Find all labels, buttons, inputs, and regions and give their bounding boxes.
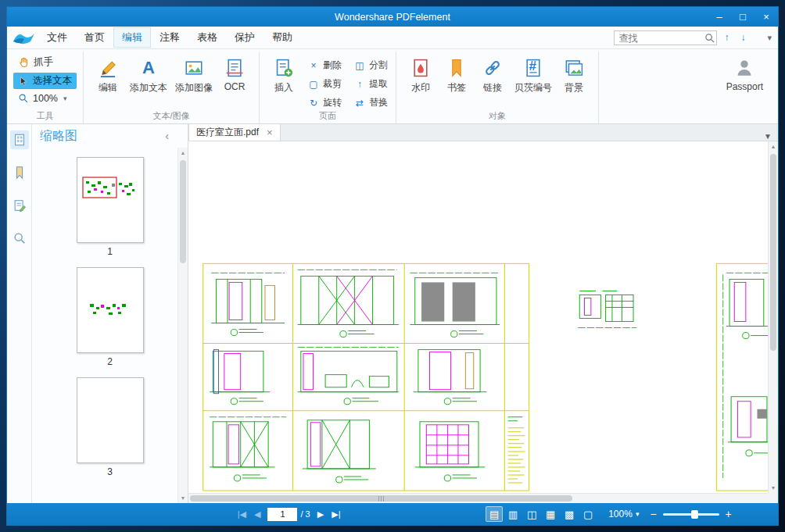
tab-comment[interactable]: 注释 bbox=[151, 27, 188, 48]
add-text-button[interactable]: A 添加文本 bbox=[126, 54, 171, 98]
previous-page-button[interactable]: ◀ bbox=[250, 509, 264, 520]
thumbnail-label-2: 2 bbox=[107, 356, 113, 367]
extract-page-button[interactable]: ↑ 提取 bbox=[354, 77, 388, 91]
vertical-scrollbar[interactable]: ▲ ▼ bbox=[768, 141, 778, 493]
text-cursor-icon bbox=[18, 76, 29, 87]
search-box bbox=[614, 30, 717, 45]
first-page-button[interactable]: |◀ bbox=[234, 509, 250, 520]
fit-width-icon[interactable]: ▩ bbox=[561, 506, 578, 522]
delete-icon: × bbox=[308, 60, 319, 71]
thumbnails-scrollbar[interactable]: ▲ ▼ bbox=[177, 148, 188, 503]
scroll-up-icon[interactable]: ▲ bbox=[178, 150, 188, 155]
search-input[interactable] bbox=[614, 30, 717, 45]
next-page-button[interactable]: ▶ bbox=[314, 509, 328, 520]
tab-help[interactable]: 帮助 bbox=[263, 27, 301, 48]
zoom-slider[interactable] bbox=[663, 510, 719, 519]
find-next-icon[interactable]: ↓ bbox=[736, 32, 750, 43]
tab-edit[interactable]: 编辑 bbox=[113, 27, 151, 48]
split-page-button[interactable]: ◫ 分割 bbox=[354, 59, 388, 72]
scroll-down-icon[interactable]: ▼ bbox=[178, 495, 188, 501]
thumbnail-page-1[interactable] bbox=[77, 157, 144, 243]
pdf-page-content bbox=[188, 141, 768, 493]
tab-list-icon[interactable]: ▼ bbox=[758, 132, 778, 141]
crop-icon: ▢ bbox=[308, 79, 319, 90]
ribbon: 抓手 选择文本 100% ▾ 工具 bbox=[7, 49, 778, 124]
thumbnails-panel-icon[interactable] bbox=[10, 130, 29, 149]
facing-pages-view-icon[interactable]: ◫ bbox=[523, 506, 540, 522]
rotate-page-button[interactable]: ↻ 旋转 bbox=[308, 96, 342, 109]
zoom-icon bbox=[18, 93, 29, 104]
vertical-scrollbar-thumb[interactable] bbox=[770, 154, 776, 351]
tab-close-icon[interactable]: × bbox=[267, 127, 273, 137]
watermark-button[interactable]: 水印 bbox=[403, 54, 439, 98]
select-text-button[interactable]: 选择文本 bbox=[13, 73, 77, 89]
zoom-out-button[interactable]: − bbox=[643, 508, 662, 520]
insert-page-label: 插入 bbox=[274, 81, 293, 95]
document-tab[interactable]: 医疗室立面.pdf × bbox=[188, 123, 281, 141]
close-button[interactable]: × bbox=[755, 7, 778, 27]
thumbnail-label-1: 1 bbox=[107, 246, 113, 257]
bates-numbering-button[interactable]: # 贝茨编号 bbox=[511, 54, 556, 98]
bates-numbering-label: 贝茨编号 bbox=[514, 81, 552, 95]
zoom-level-value: 100% bbox=[33, 93, 58, 104]
zoom-slider-knob[interactable] bbox=[691, 510, 698, 519]
status-bar: |◀ ◀ / 3 ▶ ▶| ▤ ▥ ◫ ▦ ▩ ▢ 100% ▾ − + bbox=[7, 503, 778, 525]
background-button[interactable]: 背景 bbox=[556, 54, 592, 98]
page-number-input[interactable] bbox=[267, 508, 297, 521]
add-image-button[interactable]: 添加图像 bbox=[171, 54, 217, 98]
zoom-in-button[interactable]: + bbox=[719, 508, 738, 520]
zoom-dropdown[interactable]: 100% ▾ bbox=[608, 509, 639, 520]
scroll-down-icon[interactable]: ▼ bbox=[769, 485, 778, 491]
delete-page-button[interactable]: × 删除 bbox=[308, 59, 342, 72]
group-label-tools: 工具 bbox=[7, 110, 83, 122]
hand-tool-button[interactable]: 抓手 bbox=[13, 54, 77, 70]
pencil-icon bbox=[98, 57, 119, 78]
last-page-button[interactable]: ▶| bbox=[328, 509, 344, 520]
scroll-up-icon[interactable]: ▲ bbox=[769, 144, 778, 149]
thumbnail-page-2[interactable] bbox=[77, 267, 144, 353]
bookmarks-panel-icon[interactable] bbox=[10, 163, 29, 182]
title-bar[interactable]: Wondershare PDFelement – □ × bbox=[7, 7, 778, 27]
search-panel-icon[interactable] bbox=[10, 229, 29, 248]
facing-continuous-view-icon[interactable]: ▦ bbox=[542, 506, 559, 522]
continuous-view-icon[interactable]: ▥ bbox=[504, 506, 522, 522]
horizontal-scrollbar-thumb[interactable] bbox=[190, 495, 572, 502]
hand-tool-label: 抓手 bbox=[34, 55, 53, 69]
insert-page-button[interactable]: 插入 bbox=[266, 54, 302, 98]
annotations-panel-icon[interactable] bbox=[10, 196, 29, 215]
link-button[interactable]: 链接 bbox=[475, 54, 511, 98]
thumbnails-scrollbar-thumb[interactable] bbox=[180, 160, 186, 263]
single-page-view-icon[interactable]: ▤ bbox=[486, 506, 503, 522]
find-previous-icon[interactable]: ↑ bbox=[719, 32, 733, 43]
select-text-label: 选择文本 bbox=[33, 74, 72, 87]
watermark-icon bbox=[410, 57, 432, 78]
zoom-value: 100% bbox=[608, 509, 633, 520]
ribbon-collapse-icon[interactable]: ▾ bbox=[767, 33, 772, 43]
crop-page-button[interactable]: ▢ 裁剪 bbox=[308, 77, 342, 91]
ocr-button[interactable]: OCR bbox=[217, 54, 253, 95]
passport-button[interactable]: Passport bbox=[722, 54, 767, 95]
user-icon bbox=[734, 57, 755, 78]
app-logo-icon bbox=[12, 30, 35, 45]
tab-protect[interactable]: 保护 bbox=[226, 27, 263, 48]
thumbnail-page-3[interactable] bbox=[77, 377, 144, 463]
tab-home[interactable]: 首页 bbox=[76, 27, 113, 48]
minimize-button[interactable]: – bbox=[708, 7, 731, 27]
replace-page-button[interactable]: ⇄ 替换 bbox=[354, 96, 388, 109]
maximize-button[interactable]: □ bbox=[731, 7, 755, 27]
hand-icon bbox=[18, 56, 30, 68]
background-label: 背景 bbox=[565, 81, 583, 95]
bookmark-button[interactable]: 书签 bbox=[439, 54, 475, 98]
tab-file[interactable]: 文件 bbox=[38, 27, 76, 48]
group-label-text-image: 文本/图像 bbox=[84, 110, 259, 122]
panel-collapse-icon[interactable]: ‹ bbox=[165, 130, 169, 142]
window-title: Wondershare PDFelement bbox=[77, 12, 708, 23]
tab-form[interactable]: 表格 bbox=[188, 27, 226, 48]
edit-button[interactable]: 编辑 bbox=[90, 54, 126, 98]
full-screen-icon[interactable]: ▢ bbox=[579, 506, 597, 522]
zoom-level-button[interactable]: 100% ▾ bbox=[13, 91, 77, 105]
edit-label: 编辑 bbox=[99, 81, 117, 95]
document-canvas[interactable]: ▲ ▼ bbox=[188, 141, 778, 503]
ribbon-group-page: 插入 × 删除 ◫ 分割 ▢ 裁剪 ↑ 提取 bbox=[260, 52, 396, 123]
horizontal-scrollbar[interactable] bbox=[188, 493, 768, 503]
